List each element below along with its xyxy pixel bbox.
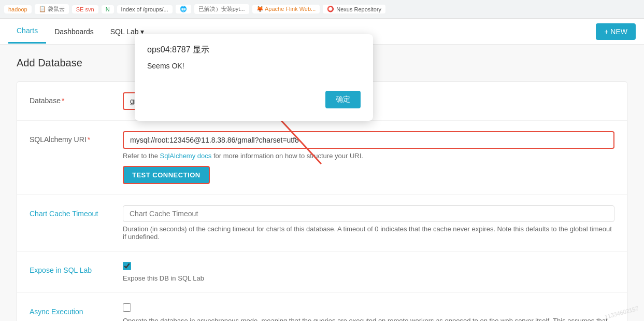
database-row: Database* [17,82,627,121]
app-navbar: Charts Dashboards SQL Lab ▾ + NEW [0,19,644,45]
expose-sql-label: Expose in SQL Lab [30,262,123,274]
sqllab-dropdown-icon: ▾ [140,27,144,36]
sqlalchemy-help-text: Refer to the SqlAlchemy docs for more in… [123,152,614,160]
popup-title: ops04:8787 显示 [147,45,361,55]
add-database-form: Database* SQLAlchemy URI* Refer to the S… [17,81,627,321]
chart-cache-field: Duration (in seconds) of the caching tim… [123,205,614,241]
browser-url-icon: 🌐 [176,5,191,13]
browser-tab-notepad[interactable]: N [102,5,114,13]
browser-tab-resolved[interactable]: 已解决）安装pyt... [194,4,249,14]
expose-sql-row: Expose in SQL Lab Expose this DB in SQL … [17,252,627,293]
browser-tab-svn[interactable]: SE svn [72,5,98,13]
nav-sqllab[interactable]: SQL Lab ▾ [102,20,153,43]
sqlalchemy-uri-field: Refer to the SqlAlchemy docs for more in… [123,131,614,184]
nav-charts[interactable]: Charts [8,19,46,44]
browser-bar: hadoop 📋 袋鼠云 SE svn N Index of /groups/.… [0,0,644,19]
sqlalchemy-uri-row: SQLAlchemy URI* Refer to the SqlAlchemy … [17,121,627,195]
async-description: Operate the database in asynchronous mod… [123,316,614,321]
chart-cache-input[interactable] [123,205,614,222]
browser-tab-index[interactable]: Index of /groups/... [117,5,173,13]
nav-items: Charts Dashboards SQL Lab ▾ [8,19,596,44]
new-button[interactable]: + NEW [596,23,636,40]
expose-sql-help: Expose this DB in SQL Lab [123,274,614,282]
test-connection-button[interactable]: TEST CONNECTION [123,166,210,184]
database-label: Database* [30,92,123,105]
async-execution-field: Operate the database in asynchronous mod… [123,303,614,321]
async-checkbox-wrapper [123,303,614,312]
chart-cache-help: Duration (in seconds) of the caching tim… [123,225,614,241]
page-title: Add Database [17,57,627,69]
sqlalchemy-docs-link[interactable]: SqlAlchemy docs [160,152,212,160]
database-field [123,92,614,110]
sqlalchemy-uri-input[interactable] [123,131,614,149]
browser-tab-nexus[interactable]: ⭕ Nexus Repository [323,5,385,13]
async-execution-label: Async Execution [30,303,123,316]
sqlalchemy-uri-label: SQLAlchemy URI* [30,131,123,144]
async-execution-row: Async Execution Operate the database in … [17,293,627,321]
async-checkbox[interactable] [123,303,131,312]
browser-tab-hadoop[interactable]: hadoop [4,5,32,13]
main-content: Add Database Database* SQLAlchemy URI* R… [0,45,644,321]
nav-dashboards[interactable]: Dashboards [46,20,102,43]
chart-cache-label: Chart Cache Timeout [30,205,123,218]
expose-sql-checkbox-wrapper [123,262,614,270]
expose-sql-field: Expose this DB in SQL Lab [123,262,614,282]
browser-tab-flink[interactable]: 🦊 Apache Flink Web... [252,5,320,13]
expose-sql-checkbox[interactable] [123,262,131,270]
browser-tab-yuque[interactable]: 📋 袋鼠云 [35,4,69,14]
chart-cache-row: Chart Cache Timeout Duration (in seconds… [17,195,627,252]
database-input[interactable] [123,92,185,110]
